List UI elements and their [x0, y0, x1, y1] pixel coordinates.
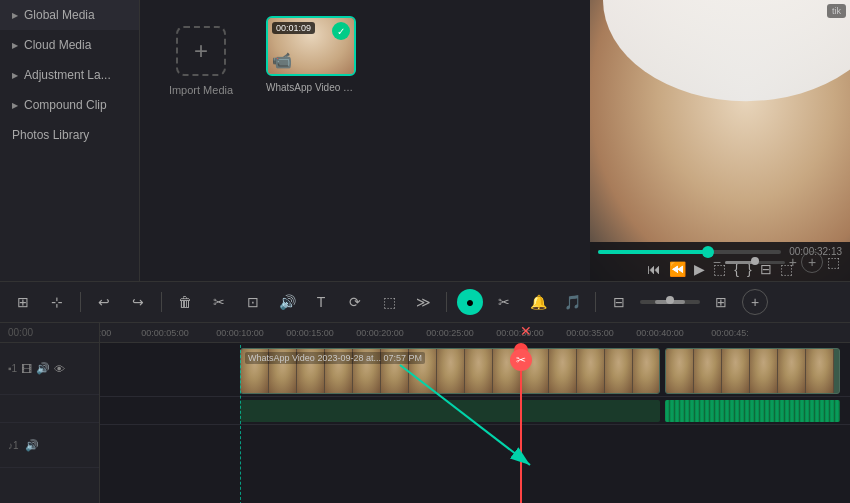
video-clip-right[interactable] [665, 348, 840, 394]
media-thumbnail[interactable]: 00:01:09 📹 ✓ WhatsApp Video 202... [266, 16, 356, 93]
chevron-right-icon: ▶ [12, 11, 18, 20]
video-clip[interactable]: WhatsApp Video 2023-09-28 at... 07:57 PM [240, 348, 660, 394]
preview-controls: 00:00:32:13 ⏮ ⏪ ▶ ⬚ { } ⊟ ⬚ − + + [590, 242, 850, 281]
ruler-mark: 00:00:05:00 [141, 328, 189, 338]
ruler-mark: 00:00:20:00 [356, 328, 404, 338]
toolbar-undo-button[interactable]: ↩ [91, 289, 117, 315]
toolbar-zoom-out-button[interactable]: ⊟ [606, 289, 632, 315]
zoom-slider[interactable] [725, 261, 785, 264]
rewind-button[interactable]: ⏮ [647, 261, 661, 277]
clip-frame [722, 349, 750, 393]
add-button[interactable]: + [801, 251, 823, 273]
ruler-mark: 00:00 [100, 328, 111, 338]
toolbar-notify-button[interactable]: 🔔 [525, 289, 551, 315]
waveform-svg: // waveform bars [240, 400, 660, 422]
ruler-marks: 00:00 00:00:05:00 00:00:10:00 00:00:15:0… [100, 323, 850, 342]
sidebar-item-adjustment[interactable]: ▶ Adjustment La... [0, 60, 139, 90]
toolbar-cut-button[interactable]: ✂ [206, 289, 232, 315]
sidebar-item-photos-library[interactable]: Photos Library [0, 120, 139, 150]
toolbar-zoom-slider[interactable] [640, 300, 700, 304]
speaker-icon: 🔊 [25, 439, 39, 452]
audio-clip-right[interactable] [665, 400, 840, 422]
ruler-mark: 00:00:35:00 [566, 328, 614, 338]
sidebar-item-label: Cloud Media [24, 38, 91, 52]
chevron-right-icon: ▶ [12, 101, 18, 110]
clip-frame [549, 349, 577, 393]
sidebar-item-label: Photos Library [12, 128, 89, 142]
ruler-mark: 00:00:15:00 [286, 328, 334, 338]
ruler-mark: 00:00:10:00 [216, 328, 264, 338]
toolbar-speed-button[interactable]: ✂ [491, 289, 517, 315]
separator [161, 292, 162, 312]
track-label-audio [0, 395, 99, 423]
timeline-toolbar: ⊞ ⊹ ↩ ↪ 🗑 ✂ ⊡ 🔊 T ⟳ ⬚ ≫ ● ✂ 🔔 🎵 ⊟ ⊞ + [0, 281, 850, 323]
sidebar-item-global-media[interactable]: ▶ Global Media [0, 0, 139, 30]
toolbar-music-button[interactable]: 🎵 [559, 289, 585, 315]
chevron-right-icon: ▶ [12, 41, 18, 50]
cursor-line [240, 345, 241, 503]
x-icon: ✕ [520, 323, 532, 339]
toolbar-zoom-in-button[interactable]: ⊞ [708, 289, 734, 315]
ruler-label: 00:00 [8, 327, 33, 338]
sidebar-item-label: Adjustment La... [24, 68, 111, 82]
play-button[interactable]: ▶ [694, 261, 705, 277]
toolbar-more-button[interactable]: ≫ [410, 289, 436, 315]
speaker-icon: 🔊 [36, 362, 50, 375]
separator [446, 292, 447, 312]
ruler-mark: 00:00:25:00 [426, 328, 474, 338]
toolbar-copy-button[interactable]: ⊡ [240, 289, 266, 315]
audio-clip[interactable]: // waveform bars [240, 400, 660, 422]
toolbar-select-button[interactable]: ⊹ [44, 289, 70, 315]
music-track [100, 429, 850, 474]
track-number: ♪1 [8, 440, 19, 451]
thumb-duration: 00:01:09 [272, 22, 315, 34]
toolbar-record-button[interactable]: ● [457, 289, 483, 315]
track-number: ▪1 [8, 363, 17, 374]
import-plus-icon: + [176, 26, 226, 76]
timeline-content: 00:00 00:00:05:00 00:00:10:00 00:00:15:0… [100, 323, 850, 503]
toolbar-grid-button[interactable]: ⊞ [10, 289, 36, 315]
zoom-in-button[interactable]: + [789, 254, 797, 270]
toolbar-rotate-button[interactable]: ⟳ [342, 289, 368, 315]
media-browser: + Import Media 00:01:09 📹 ✓ WhatsApp Vid… [140, 0, 590, 281]
fullscreen-button[interactable]: ⬚ [827, 254, 840, 270]
toolbar-add-button[interactable]: + [742, 289, 768, 315]
sidebar-item-label: Global Media [24, 8, 95, 22]
toolbar-delete-button[interactable]: 🗑 [172, 289, 198, 315]
clip-frame [750, 349, 778, 393]
sidebar-item-cloud-media[interactable]: ▶ Cloud Media [0, 30, 139, 60]
thumb-image: 00:01:09 📹 ✓ [266, 16, 356, 76]
separator [80, 292, 81, 312]
toolbar-crop-button[interactable]: ⬚ [376, 289, 402, 315]
slider-fill [598, 250, 708, 254]
sidebar: ▶ Global Media ▶ Cloud Media ▶ Adjustmen… [0, 0, 140, 281]
toolbar-text-button[interactable]: T [308, 289, 334, 315]
time-ruler: 00:00 00:00:05:00 00:00:10:00 00:00:15:0… [100, 323, 850, 343]
zoom-controls: − + + ⬚ [713, 251, 840, 273]
import-media-button[interactable]: + Import Media [156, 16, 246, 96]
clip-frame [778, 349, 806, 393]
clip-frame [806, 349, 834, 393]
sidebar-item-label: Compound Clip [24, 98, 107, 112]
zoom-out-button[interactable]: − [713, 254, 721, 270]
toolbar-audio-button[interactable]: 🔊 [274, 289, 300, 315]
clip-frame [437, 349, 465, 393]
track-label-video: ▪1 🎞 🔊 👁 [0, 343, 99, 395]
track-labels: 00:00 ▪1 🎞 🔊 👁 ♪1 🔊 [0, 323, 100, 503]
playback-controls: ⏮ ⏪ ▶ ⬚ { } ⊟ ⬚ − + + ⬚ [598, 261, 842, 277]
clip-frame [465, 349, 493, 393]
step-back-button[interactable]: ⏪ [669, 261, 686, 277]
clip-frame [666, 349, 694, 393]
ruler-mark: 00:00:40:00 [636, 328, 684, 338]
clip-frame [694, 349, 722, 393]
sidebar-item-compound-clip[interactable]: ▶ Compound Clip [0, 90, 139, 120]
clip-frame [577, 349, 605, 393]
clip-frame [605, 349, 633, 393]
track-label-music: ♪1 🔊 [0, 423, 99, 468]
toolbar-redo-button[interactable]: ↪ [125, 289, 151, 315]
film-icon: 🎞 [21, 363, 32, 375]
audio-track: // waveform bars [100, 397, 850, 425]
video-track: WhatsApp Video 2023-09-28 at... 07:57 PM [100, 345, 850, 397]
tracks-container: ✂ WhatsApp Video 2023-09-28 at... 07:57 … [100, 345, 850, 503]
zoom-thumb [751, 257, 759, 265]
